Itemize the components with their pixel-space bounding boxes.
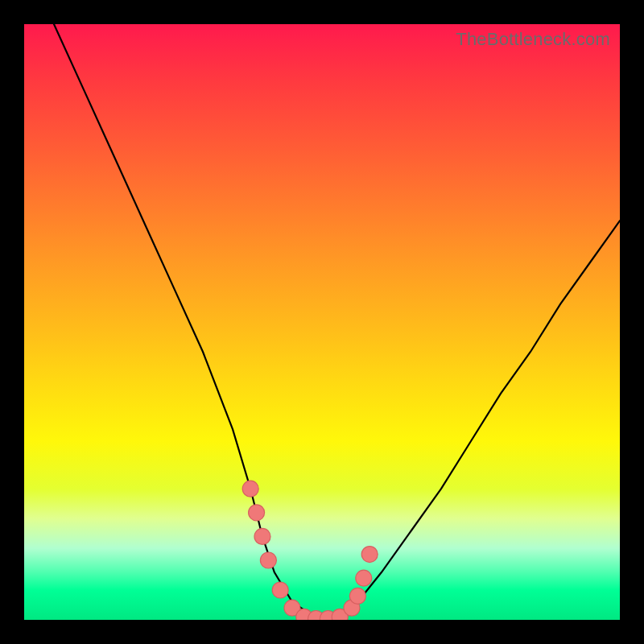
data-markers bbox=[242, 481, 378, 620]
watermark-text: TheBottleneck.com bbox=[456, 29, 610, 50]
curve-layer bbox=[24, 24, 620, 620]
data-marker bbox=[272, 582, 288, 598]
data-marker bbox=[249, 505, 265, 521]
data-marker bbox=[242, 481, 258, 497]
chart-frame: TheBottleneck.com bbox=[0, 0, 644, 644]
data-marker bbox=[254, 528, 270, 544]
data-marker bbox=[349, 588, 365, 604]
data-marker bbox=[361, 547, 378, 563]
data-marker bbox=[356, 570, 372, 586]
bottleneck-curve bbox=[54, 24, 620, 620]
chart-plot-area: TheBottleneck.com bbox=[24, 24, 620, 620]
data-marker bbox=[260, 552, 276, 568]
